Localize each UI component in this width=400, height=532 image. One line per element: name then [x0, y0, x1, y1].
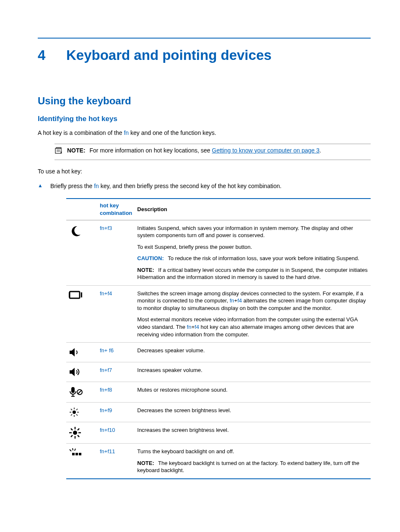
svg-rect-30: [79, 453, 81, 455]
svg-rect-29: [75, 453, 78, 455]
hotkey-combo: fn+ f6: [97, 343, 135, 362]
chapter-title: Keyboard and pointing devices: [66, 47, 272, 63]
note-callout: NOTE: For more information on hot key lo…: [55, 144, 371, 160]
table-row: fn+f3Initiates Suspend, which saves your…: [66, 220, 371, 285]
svg-line-26: [73, 448, 73, 450]
table-row: fn+ f6Decreases speaker volume.: [66, 343, 371, 362]
bright-up-icon: [66, 422, 97, 444]
intro-paragraph: A hot key is a combination of the fn key…: [38, 129, 371, 137]
svg-line-13: [76, 414, 78, 416]
table-row: fn+f11Turns the keyboard backlight on an…: [66, 444, 371, 479]
table-row: fn+f10Increases the screen brightness le…: [66, 422, 371, 444]
svg-line-14: [71, 414, 72, 416]
vol-up-icon: [66, 362, 97, 382]
hotkey-combo: fn+f8: [97, 382, 135, 403]
hotkey-combo: fn+f11: [97, 444, 135, 479]
svg-line-12: [71, 409, 72, 410]
chapter-number: 4: [38, 46, 66, 65]
backlight-icon: [66, 444, 97, 479]
triangle-bullet-icon: ▲: [38, 182, 43, 189]
header-combo: hot key combination: [97, 199, 135, 220]
svg-rect-28: [72, 453, 75, 455]
svg-rect-4: [71, 387, 75, 393]
hotkey-combo: fn+f4: [97, 285, 135, 342]
chapter-heading: 4Keyboard and pointing devices: [38, 46, 371, 65]
svg-rect-0: [55, 148, 61, 153]
svg-point-7: [73, 411, 76, 414]
bullet-step: ▲ Briefly press the fn key, and then bri…: [38, 182, 371, 190]
hotkey-table: hot key combination Description fn+f3Ini…: [66, 198, 371, 479]
vol-down-icon: [66, 343, 97, 362]
top-rule: [38, 38, 371, 39]
hotkey-combo: fn+f3: [97, 220, 135, 285]
svg-rect-3: [69, 292, 70, 297]
hotkey-combo: fn+f10: [97, 422, 135, 444]
hotkey-description: Turns the keyboard backlight on and off.…: [135, 444, 371, 479]
hotkey-combo: fn+f7: [97, 362, 135, 382]
hotkey-description: Decreases speaker volume.: [135, 343, 371, 362]
header-desc: Description: [135, 199, 371, 220]
fn-key-text: fn: [124, 129, 129, 136]
svg-line-27: [75, 449, 75, 451]
xref-link[interactable]: Getting to know your computer on page 3: [212, 147, 319, 154]
display-icon: [66, 285, 97, 342]
table-row: fn+f7Increases speaker volume.: [66, 362, 371, 382]
hotkey-description: Increases speaker volume.: [135, 362, 371, 382]
table-row: fn+f9Decreases the screen brightness lev…: [66, 403, 371, 422]
svg-rect-2: [81, 292, 82, 297]
moon-icon: [66, 220, 97, 285]
table-row: fn+f4Switches the screen image among dis…: [66, 285, 371, 342]
bright-down-icon: [66, 403, 97, 422]
hotkey-description: Decreases the screen brightness level.: [135, 403, 371, 422]
fn-key-text: fn: [94, 183, 99, 189]
svg-line-22: [78, 435, 79, 437]
svg-line-15: [76, 409, 78, 410]
mic-mute-icon: [66, 382, 97, 403]
note-icon: [55, 147, 64, 157]
svg-line-6: [78, 390, 81, 394]
svg-line-25: [70, 449, 71, 451]
hotkey-description: Initiates Suspend, which saves your info…: [135, 220, 371, 285]
svg-line-24: [78, 429, 79, 430]
hotkey-description: Increases the screen brightness level.: [135, 422, 371, 444]
svg-rect-1: [70, 292, 80, 298]
hotkey-combo: fn+f9: [97, 403, 135, 422]
table-header-row: hot key combination Description: [66, 199, 371, 220]
hotkey-description: Mutes or restores microphone sound.: [135, 382, 371, 403]
svg-line-23: [71, 435, 73, 437]
subsection-heading: Identifying the hot keys: [38, 114, 371, 124]
section-heading: Using the keyboard: [38, 94, 371, 108]
table-row: fn+f8Mutes or restores microphone sound.: [66, 382, 371, 403]
svg-line-21: [71, 429, 73, 430]
svg-point-16: [73, 431, 77, 435]
note-label: NOTE:: [67, 147, 86, 154]
to-use-paragraph: To use a hot key:: [38, 168, 371, 176]
hotkey-description: Switches the screen image among display …: [135, 285, 371, 342]
